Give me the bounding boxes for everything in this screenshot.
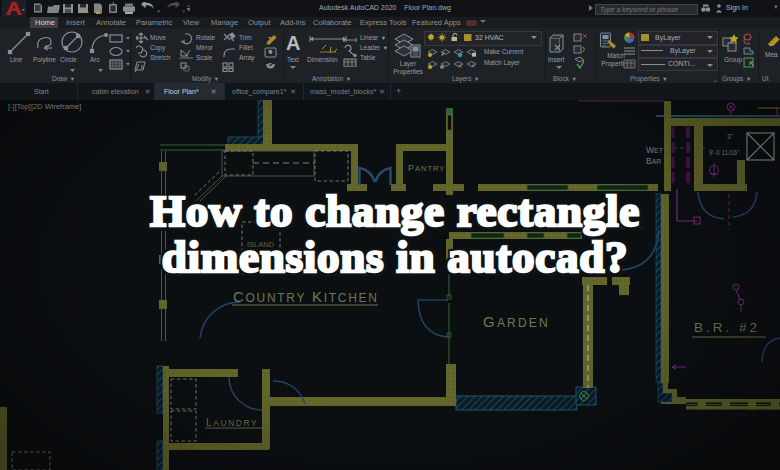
svg-text:BAR: BAR: [646, 156, 661, 166]
svg-text:B.R. #2: B.R. #2: [694, 320, 760, 335]
svg-text:3": 3": [727, 133, 734, 140]
svg-text:LAUNDRY: LAUNDRY: [206, 416, 258, 428]
svg-text:COUNTRY KITCHEN: COUNTRY KITCHEN: [233, 288, 379, 305]
svg-text:GARDEN: GARDEN: [483, 313, 550, 330]
svg-text:PANTRY: PANTRY: [408, 163, 445, 173]
svg-text:9'-0 11/16": 9'-0 11/16": [709, 149, 740, 156]
svg-text:WET: WET: [646, 145, 664, 155]
